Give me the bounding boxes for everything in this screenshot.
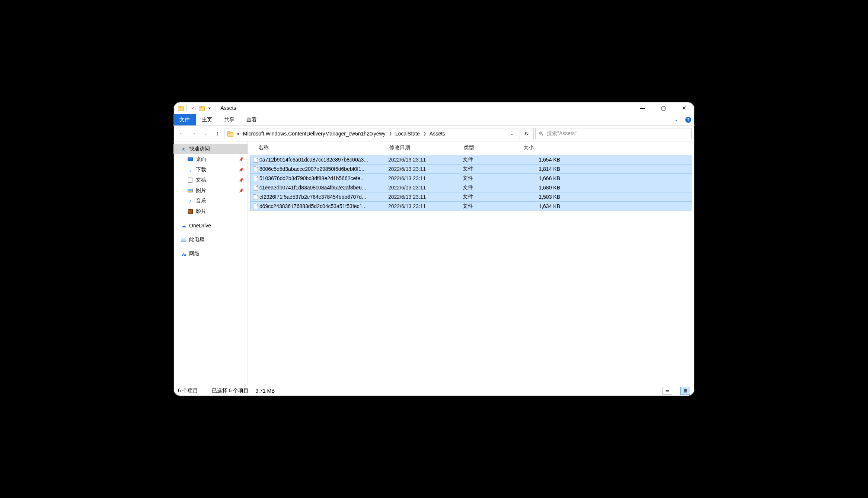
file-date: 2022/6/13 23:11: [388, 175, 463, 181]
sidebar-item-onedrive[interactable]: ☁ OneDrive: [173, 220, 248, 231]
sidebar-item-label: 文稿: [196, 177, 206, 183]
video-icon: [187, 209, 194, 214]
column-size[interactable]: 大小: [520, 144, 561, 151]
pin-icon: 📌: [239, 188, 244, 193]
file-type: 文件: [463, 175, 522, 182]
file-name: 0a712b9014fc6a01dca87cc132e897b8c00a3...: [259, 157, 388, 163]
pin-icon: 📌: [239, 167, 244, 172]
tab-home[interactable]: 主页: [196, 114, 218, 125]
breadcrumb-segment[interactable]: LocalState: [394, 131, 421, 137]
dropdown-icon[interactable]: [205, 107, 214, 109]
maximize-button[interactable]: ▢: [653, 102, 674, 114]
minimize-button[interactable]: —: [632, 102, 653, 114]
file-date: 2022/6/13 23:11: [388, 194, 463, 200]
sidebar-item-music[interactable]: ♪ 音乐: [173, 196, 248, 206]
column-date[interactable]: 修改日期: [386, 144, 460, 151]
folder-icon: [197, 106, 205, 110]
status-selection: 已选择 6 个项目: [212, 387, 249, 394]
title-sep: |: [186, 105, 188, 111]
file-row[interactable]: 5103676dd2b3d790bc3df88e2d1b5662cefe...2…: [250, 173, 692, 183]
ribbon-expand-icon[interactable]: ⌄: [669, 114, 682, 125]
breadcrumb-segment[interactable]: Assets: [428, 131, 447, 137]
close-button[interactable]: ✕: [674, 102, 695, 114]
tab-view[interactable]: 查看: [240, 114, 263, 125]
up-button[interactable]: ↑: [212, 128, 223, 139]
sidebar-item-quick-access[interactable]: ⌄ ★ 快速访问: [173, 144, 248, 154]
back-button[interactable]: ←: [176, 128, 187, 139]
column-headers: 名称 修改日期 类型 大小: [248, 141, 695, 154]
status-bar: 6 个项目 已选择 6 个项目 9.71 MB ☰ ▦: [173, 385, 695, 396]
file-row[interactable]: 8006c5e5d3abacce2007e29850f6d6bebf0f1...…: [250, 164, 692, 174]
chevron-right-icon[interactable]: ❯: [422, 131, 427, 135]
status-item-count: 6 个项目: [178, 387, 198, 394]
file-type: 文件: [463, 166, 522, 172]
address-dropdown-icon[interactable]: ⌄: [507, 131, 516, 136]
folder-icon: [176, 106, 185, 110]
breadcrumb-prefix: «: [235, 131, 241, 137]
forward-button[interactable]: →: [188, 128, 199, 139]
image-icon: [187, 189, 194, 192]
window-title: Assets: [220, 105, 236, 111]
chevron-right-icon[interactable]: ❯: [388, 131, 393, 135]
column-type[interactable]: 类型: [460, 144, 520, 151]
breadcrumb-segment[interactable]: Microsoft.Windows.ContentDeliveryManager…: [242, 131, 387, 137]
file-icon: [250, 166, 259, 172]
status-size: 9.71 MB: [255, 388, 275, 394]
file-size: 1,680 KB: [522, 185, 563, 191]
tab-share[interactable]: 共享: [218, 114, 240, 125]
tab-file[interactable]: 文件: [173, 114, 196, 125]
sidebar-item-this-pc[interactable]: 此电脑: [173, 234, 248, 245]
file-list: 0a712b9014fc6a01dca87cc132e897b8c00a3...…: [248, 154, 695, 385]
file-row[interactable]: d69cc243836176883d5d2c04c53a51f53fec1...…: [250, 201, 692, 211]
file-icon: [250, 157, 259, 163]
view-details-button[interactable]: ☰: [663, 387, 672, 395]
refresh-button[interactable]: ↻: [520, 128, 534, 139]
file-list-pane: 名称 修改日期 类型 大小 0a712b9014fc6a01dca87cc132…: [248, 141, 695, 385]
file-icon: [250, 204, 259, 209]
file-icon: [250, 185, 259, 191]
help-icon[interactable]: ?: [682, 114, 695, 125]
sidebar-item-label: 快速访问: [189, 146, 210, 152]
expand-icon[interactable]: ⌄: [175, 147, 178, 151]
file-size: 1,503 KB: [522, 194, 563, 200]
folder-icon: [226, 131, 234, 136]
music-icon: ♪: [187, 198, 194, 204]
file-icon: [250, 176, 259, 181]
sidebar-item-documents[interactable]: 文稿 📌: [173, 175, 248, 185]
search-placeholder: 搜索"Assets": [547, 130, 577, 137]
sidebar-item-videos[interactable]: 影片: [173, 206, 248, 217]
file-size: 1,634 KB: [522, 203, 563, 209]
ribbon-tabs: 文件 主页 共享 查看 ⌄ ?: [173, 114, 695, 126]
sidebar-item-desktop[interactable]: 桌面 📌: [173, 154, 248, 165]
file-date: 2022/6/13 23:11: [388, 185, 463, 191]
cloud-icon: ☁: [180, 223, 187, 229]
address-bar[interactable]: « Microsoft.Windows.ContentDeliveryManag…: [224, 128, 518, 139]
view-thumbnails-button[interactable]: ▦: [680, 387, 690, 395]
column-name[interactable]: 名称: [248, 144, 386, 151]
recent-dropdown-icon[interactable]: ⌄: [200, 128, 211, 139]
title-bar: | ✓ | Assets — ▢ ✕: [173, 102, 695, 114]
search-box[interactable]: 🔍︎ 搜索"Assets": [535, 128, 692, 139]
separator: [205, 388, 205, 394]
sidebar-item-label: 图片: [196, 187, 206, 194]
sidebar-item-label: 音乐: [196, 198, 206, 204]
file-name: c1eea3db0741f1d83a08c08a4fb52e2af3be6...: [259, 185, 388, 191]
navigation-pane: ⌄ ★ 快速访问 桌面 📌 ↓ 下载 📌 文稿 📌: [173, 141, 248, 385]
file-row[interactable]: 0a712b9014fc6a01dca87cc132e897b8c00a3...…: [250, 155, 692, 165]
sidebar-item-label: 此电脑: [189, 236, 205, 243]
sidebar-item-network[interactable]: 🖧 网络: [173, 249, 248, 259]
document-icon: [187, 178, 194, 183]
navigation-bar: ← → ⌄ ↑ « Microsoft.Windows.ContentDeliv…: [173, 126, 695, 141]
file-icon: [250, 194, 259, 200]
file-row[interactable]: c1eea3db0741f1d83a08c08a4fb52e2af3be6...…: [250, 183, 692, 192]
file-row[interactable]: cf2326f71f5ad537b2e764c378454bbb8707d...…: [250, 192, 692, 202]
star-icon: ★: [180, 146, 187, 152]
pin-icon: 📌: [239, 178, 244, 183]
file-name: 8006c5e5d3abacce2007e29850f6d6bebf0f1...: [259, 166, 388, 172]
download-icon: ↓: [187, 167, 194, 173]
sidebar-item-pictures[interactable]: 图片 📌: [173, 185, 248, 196]
sidebar-item-downloads[interactable]: ↓ 下载 📌: [173, 165, 248, 175]
check-icon[interactable]: ✓: [189, 106, 197, 110]
file-type: 文件: [463, 184, 522, 191]
explorer-window: | ✓ | Assets — ▢ ✕ 文件 主页 共享 查看 ⌄ ? ← → ⌄…: [173, 102, 695, 396]
